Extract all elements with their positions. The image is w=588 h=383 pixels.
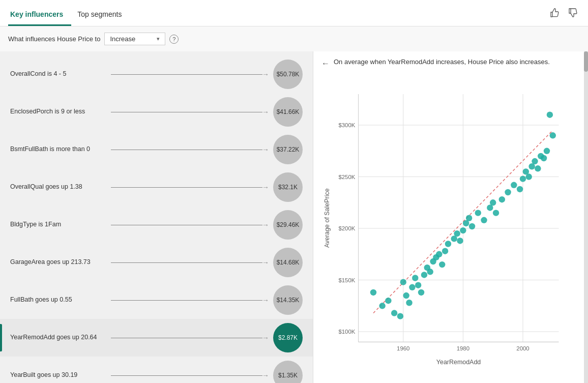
svg-point-42 xyxy=(457,238,463,244)
svg-point-60 xyxy=(532,158,538,164)
influencer-item-5[interactable]: BldgType is 1Fam→$29.46K xyxy=(0,206,313,244)
filter-label: What influences House Price to xyxy=(8,35,100,43)
line-connector: → xyxy=(111,371,269,379)
svg-point-50 xyxy=(490,199,496,205)
influencer-label: BsmtFullBath is more than 0 xyxy=(10,145,107,154)
scrollbar[interactable] xyxy=(584,51,588,383)
svg-text:Average of SalePrice: Average of SalePrice xyxy=(324,189,331,248)
svg-point-23 xyxy=(397,313,403,319)
connector-line xyxy=(111,338,262,338)
svg-point-38 xyxy=(442,248,448,254)
svg-point-39 xyxy=(445,241,451,247)
main-content: OverallCond is 4 - 5→$50.78KEnclosedPorc… xyxy=(0,51,588,383)
svg-point-47 xyxy=(475,210,481,216)
svg-point-46 xyxy=(469,223,475,229)
value-bubble: $2.87K xyxy=(273,323,303,352)
svg-point-19 xyxy=(370,289,376,296)
svg-point-31 xyxy=(421,272,427,278)
connector-line xyxy=(111,225,262,225)
arrow-icon: → xyxy=(262,221,269,229)
tab-key-influencers[interactable]: Key influencers xyxy=(8,6,71,26)
arrow-icon: → xyxy=(262,70,269,78)
influencer-item-8[interactable]: YearRemodAdd goes up 20.64→$2.87K xyxy=(0,319,313,357)
influencer-label: EnclosedPorch is 9 or less xyxy=(10,107,107,116)
scrollbar-thumb[interactable] xyxy=(584,51,588,72)
influencer-label: OverallQual goes up 1.38 xyxy=(10,183,107,192)
svg-point-29 xyxy=(415,282,421,288)
svg-text:1980: 1980 xyxy=(457,345,469,351)
influencer-item-7[interactable]: FullBath goes up 0.55→$14.35K xyxy=(0,281,313,319)
svg-point-66 xyxy=(550,133,556,139)
svg-point-48 xyxy=(481,217,487,223)
arrow-icon: → xyxy=(262,334,269,342)
thumbs-up-icon[interactable] xyxy=(547,7,562,21)
svg-point-20 xyxy=(379,303,385,309)
svg-point-56 xyxy=(520,176,526,182)
svg-point-33 xyxy=(427,269,433,275)
svg-text:2000: 2000 xyxy=(516,345,529,351)
connector-line xyxy=(111,150,262,150)
line-connector: → xyxy=(111,221,269,229)
arrow-icon: → xyxy=(262,371,269,379)
value-bubble: $41.66K xyxy=(273,97,303,127)
influencer-item-1[interactable]: OverallCond is 4 - 5→$50.78K xyxy=(0,55,313,93)
influencer-item-6[interactable]: GarageArea goes up 213.73→$14.68K xyxy=(0,244,313,281)
line-connector: → xyxy=(111,258,269,267)
influencer-item-2[interactable]: EnclosedPorch is 9 or less→$41.66K xyxy=(0,93,313,131)
svg-text:YearRemodAdd: YearRemodAdd xyxy=(436,359,481,366)
scatter-plot-svg: $300K$250K$200K$150K$100K196019802000Yea… xyxy=(321,75,580,377)
influencer-label: YearRemodAdd goes up 20.64 xyxy=(10,333,107,342)
help-icon[interactable]: ? xyxy=(169,35,179,44)
value-bubble: $50.78K xyxy=(273,60,303,89)
svg-point-21 xyxy=(385,298,391,304)
value-bubble: $1.35K xyxy=(273,361,303,383)
svg-point-51 xyxy=(493,210,499,216)
svg-point-27 xyxy=(409,284,415,290)
svg-text:1960: 1960 xyxy=(397,345,409,351)
connector-line xyxy=(111,300,262,301)
svg-text:$250K: $250K xyxy=(338,174,355,180)
header: Key influencers Top segments xyxy=(0,0,588,26)
svg-point-65 xyxy=(547,112,553,118)
chevron-down-icon: ▾ xyxy=(157,36,160,42)
scatter-chart: $300K$250K$200K$150K$100K196019802000Yea… xyxy=(321,75,580,377)
line-connector: → xyxy=(111,334,269,342)
thumbs-down-icon[interactable] xyxy=(566,7,580,21)
svg-point-61 xyxy=(535,165,541,171)
selected-indicator xyxy=(0,324,2,351)
value-bubble: $37.22K xyxy=(273,135,303,164)
svg-point-45 xyxy=(466,215,472,221)
line-connector: → xyxy=(111,183,269,191)
svg-text:$300K: $300K xyxy=(338,123,355,129)
arrow-icon: → xyxy=(262,183,269,191)
header-icons xyxy=(547,7,580,21)
filter-bar: What influences House Price to Increase … xyxy=(0,26,588,51)
chart-header: ← On average when YearRemodAdd increases… xyxy=(321,57,580,69)
line-connector: → xyxy=(111,145,269,154)
influencer-item-9[interactable]: YearBuilt goes up 30.19→$1.35K xyxy=(0,357,313,383)
value-bubble: $14.68K xyxy=(273,248,303,277)
svg-point-64 xyxy=(544,148,550,154)
svg-point-22 xyxy=(391,310,397,316)
svg-point-24 xyxy=(400,279,406,285)
back-arrow-icon[interactable]: ← xyxy=(321,58,330,69)
influencer-label: FullBath goes up 0.55 xyxy=(10,296,107,305)
svg-point-36 xyxy=(436,251,442,257)
svg-text:$200K: $200K xyxy=(338,226,355,232)
influencer-label: OverallCond is 4 - 5 xyxy=(10,70,107,79)
dropdown-increase[interactable]: Increase ▾ xyxy=(104,33,165,45)
line-connector: → xyxy=(111,108,269,116)
svg-text:$100K: $100K xyxy=(338,329,355,335)
line-connector: → xyxy=(111,296,269,304)
arrow-icon: → xyxy=(262,296,269,304)
arrow-icon: → xyxy=(262,145,269,154)
svg-point-25 xyxy=(403,292,409,299)
influencer-item-4[interactable]: OverallQual goes up 1.38→$32.1K xyxy=(0,168,313,206)
connector-line xyxy=(111,187,262,188)
connector-line xyxy=(111,74,262,75)
tab-top-segments[interactable]: Top segments xyxy=(75,6,130,26)
influencer-item-3[interactable]: BsmtFullBath is more than 0→$37.22K xyxy=(0,131,313,168)
svg-point-43 xyxy=(460,227,466,233)
value-bubble: $14.35K xyxy=(273,285,303,315)
influencers-list: OverallCond is 4 - 5→$50.78KEnclosedPorc… xyxy=(0,51,313,383)
